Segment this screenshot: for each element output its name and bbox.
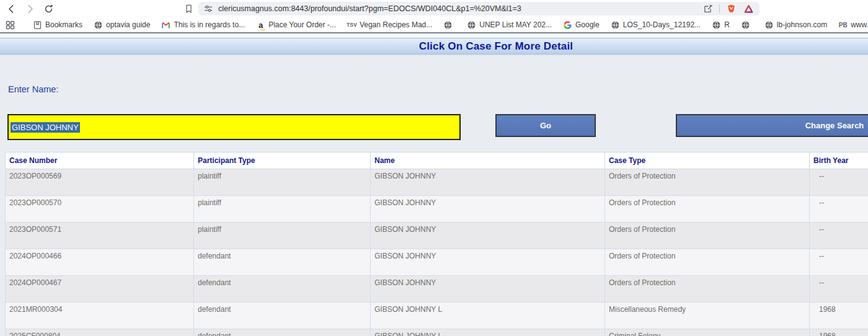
triangle-extension-icon[interactable] <box>742 2 755 15</box>
cell-case-number: 2021MR000304 <box>6 303 194 329</box>
table-row[interactable]: 2023OP000569 plaintiff GIBSON JOHNNY Ord… <box>6 169 868 196</box>
column-header-name: Name <box>371 153 605 169</box>
divider <box>719 4 720 13</box>
bookmark-item-untitled-1[interactable] <box>443 20 456 30</box>
tsv-icon: TSV <box>347 20 356 30</box>
bookmark-label: optavia guide <box>106 20 150 29</box>
bookmark-item-gmail[interactable]: This is in regards to... <box>161 20 245 30</box>
cell-case-number: 2024OP000466 <box>6 249 194 276</box>
name-input[interactable]: GIBSON JOHNNY <box>7 114 461 140</box>
bookmark-item-google[interactable]: Google <box>563 20 600 30</box>
table-row[interactable]: 2023OP000570 plaintiff GIBSON JOHNNY Ord… <box>6 196 868 223</box>
url-bar[interactable]: clericusmagnus.com:8443/profoundui/start… <box>198 2 760 15</box>
bookmark-item-amazon[interactable]: a Place Your Order -... <box>256 20 336 30</box>
browser-toolbar: clericusmagnus.com:8443/profoundui/start… <box>0 0 868 17</box>
site-settings-icon[interactable] <box>203 4 213 14</box>
cell-name: GIBSON JOHNNY L <box>371 303 605 329</box>
title-bar: Click On Case For More Detail <box>0 38 868 55</box>
cell-participant-type: defendant <box>194 303 371 329</box>
case-table: Case Number Participant Type Name Case T… <box>5 152 868 336</box>
cell-case-number: 2023OP000569 <box>6 169 194 196</box>
bookmark-item-r[interactable]: R <box>712 20 730 30</box>
back-icon[interactable] <box>5 2 17 15</box>
cell-case-type: Orders of Protection <box>605 223 810 249</box>
bookmark-label: LOS_10-Days_12192... <box>623 20 701 29</box>
bookmark-label: www.phaedrabotani... <box>851 20 868 29</box>
bookmarks-folder-icon <box>33 20 42 30</box>
table-row[interactable]: 2021MR000304 defendant GIBSON JOHNNY L M… <box>6 303 868 329</box>
gmail-icon <box>161 20 170 30</box>
table-row[interactable]: 2023OP000571 plaintiff GIBSON JOHNNY Ord… <box>6 223 868 249</box>
page-title: Click On Case For More Detail <box>419 40 574 53</box>
bookmark-item-lb-johnson[interactable]: lb-johnson.com <box>764 20 827 30</box>
cell-participant-type: defendant <box>194 249 371 276</box>
cell-name: GIBSON JOHNNY <box>371 223 605 249</box>
cell-name: GIBSON JOHNNY <box>371 249 605 276</box>
pb-icon: PB <box>838 20 848 30</box>
cell-case-number: 2023OP000571 <box>6 223 194 249</box>
go-button[interactable]: Go <box>495 114 596 137</box>
cell-name: GIBSON JOHNNY <box>371 276 605 303</box>
share-icon[interactable] <box>702 2 714 15</box>
bookmark-label: This is in regards to... <box>174 20 245 29</box>
cell-birth-year: 1968 <box>810 329 868 336</box>
column-header-participant-type: Participant Type <box>194 153 371 169</box>
bookmark-item-phaedrabotanica[interactable]: PB www.phaedrabotani... <box>838 20 868 30</box>
globe-icon <box>611 20 620 30</box>
column-header-birth-year: Birth Year <box>810 153 868 169</box>
bookmark-item-los-10-days[interactable]: LOS_10-Days_12192... <box>611 20 701 30</box>
globe-icon <box>94 20 103 30</box>
globe-icon <box>443 20 453 30</box>
cell-case-type: Orders of Protection <box>605 196 810 223</box>
bookmark-ribbon-icon[interactable] <box>182 2 195 15</box>
cell-name: GIBSON JOHNNY <box>371 169 605 196</box>
bookmark-item-unep-list[interactable]: UNEP List MAY 202... <box>467 20 552 30</box>
globe-icon <box>712 20 721 30</box>
bookmark-label: R <box>724 20 730 29</box>
name-input-selected-text: GIBSON JOHNNY <box>11 122 80 133</box>
table-header-row: Case Number Participant Type Name Case T… <box>6 153 868 169</box>
cell-birth-year: -- <box>810 169 868 196</box>
cell-case-number: 2025CF000804 <box>6 329 194 336</box>
table-row[interactable]: 2024OP000467 defendant GIBSON JOHNNY Ord… <box>6 276 868 303</box>
bookmark-label: Vegan Recipes Mad... <box>360 20 432 29</box>
amazon-icon: a <box>256 20 265 30</box>
bookmark-item-vegan-recipes[interactable]: TSV Vegan Recipes Mad... <box>347 20 432 30</box>
cell-name: GIBSON JOHNNY L <box>371 329 605 336</box>
table-row[interactable]: 2025CF000804 defendant GIBSON JOHNNY L C… <box>6 329 868 336</box>
globe-icon <box>467 20 476 30</box>
url-text[interactable]: clericusmagnus.com:8443/profoundui/start… <box>218 4 697 13</box>
cell-case-type: Orders of Protection <box>605 249 810 276</box>
cell-participant-type: plaintiff <box>194 223 371 249</box>
cell-birth-year: -- <box>810 223 868 249</box>
bookmark-label: UNEP List MAY 202... <box>479 20 552 29</box>
cell-case-type: Orders of Protection <box>605 169 810 196</box>
table-row[interactable]: 2024OP000466 defendant GIBSON JOHNNY Ord… <box>6 249 868 276</box>
cell-participant-type: defendant <box>194 329 371 336</box>
cell-case-type: Orders of Protection <box>605 276 810 303</box>
column-header-case-type: Case Type <box>605 153 810 169</box>
cell-name: GIBSON JOHNNY <box>371 196 605 223</box>
cell-participant-type: plaintiff <box>194 169 371 196</box>
bookmark-label: Bookmarks <box>45 20 82 29</box>
bookmark-item-bookmarks[interactable]: Bookmarks <box>33 20 82 30</box>
brave-shield-icon[interactable] <box>725 2 737 15</box>
bookmark-item-untitled-2[interactable] <box>741 20 753 30</box>
cell-birth-year: 1968 <box>810 303 868 329</box>
enter-name-label: Enter Name: <box>8 84 58 94</box>
reload-icon[interactable] <box>42 2 55 15</box>
cell-participant-type: defendant <box>194 276 371 303</box>
bookmark-label: Google <box>575 20 600 29</box>
globe-icon <box>741 20 750 30</box>
forward-icon[interactable] <box>24 2 36 15</box>
cell-birth-year: -- <box>810 276 868 303</box>
page-content: Click On Case For More Detail Enter Name… <box>0 35 868 336</box>
globe-icon <box>764 20 774 30</box>
apps-grid-icon[interactable] <box>5 19 16 31</box>
cell-birth-year: -- <box>810 249 868 276</box>
bookmark-item-optavia[interactable]: optavia guide <box>94 20 150 30</box>
cell-case-type: Criminal Felony <box>605 329 810 336</box>
change-search-button[interactable]: Change Search <box>676 114 868 137</box>
cell-birth-year: -- <box>810 196 868 223</box>
cell-case-number: 2024OP000467 <box>6 276 194 303</box>
